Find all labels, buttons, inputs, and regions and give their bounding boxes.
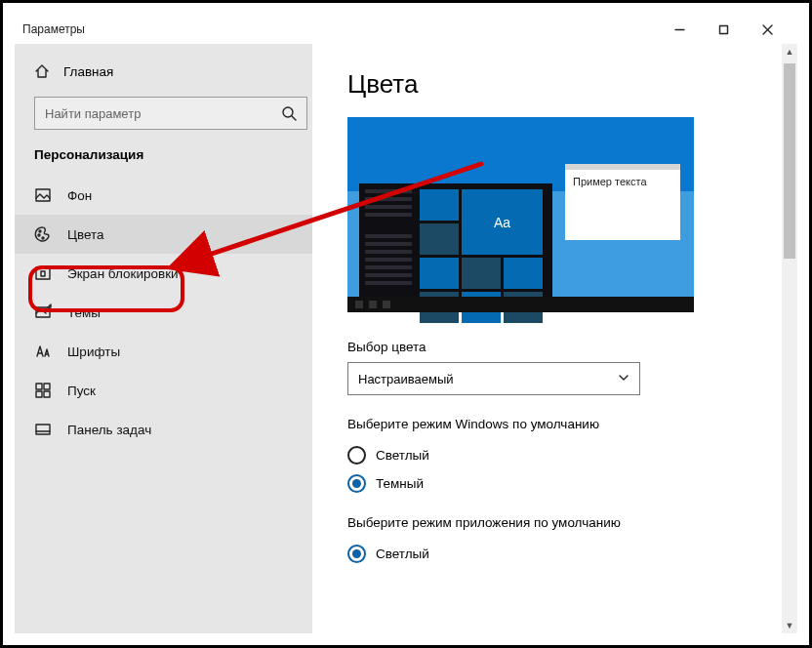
- theme-preview: Aa Пример текста: [347, 117, 694, 312]
- scrollbar-thumb[interactable]: [784, 63, 795, 259]
- main-content: Цвета Aa: [312, 44, 797, 633]
- home-link[interactable]: Главная: [15, 56, 312, 87]
- svg-point-8: [38, 234, 40, 236]
- start-icon: [34, 382, 52, 399]
- windows-mode-label: Выберите режим Windows по умолчанию: [347, 417, 797, 431]
- app-mode-label: Выберите режим приложения по умолчанию: [347, 515, 797, 530]
- chevron-down-icon: [618, 372, 629, 386]
- radio-icon: [347, 474, 366, 493]
- nav-label: Экран блокировки: [67, 266, 179, 281]
- window-controls: [658, 15, 790, 44]
- themes-icon: [34, 304, 52, 321]
- search-icon: [281, 105, 297, 121]
- nav-item-background[interactable]: Фон: [15, 176, 312, 215]
- color-mode-select[interactable]: Настраиваемый: [347, 362, 640, 395]
- nav-label: Цвета: [67, 227, 104, 242]
- vertical-scrollbar[interactable]: ▲ ▼: [782, 44, 797, 633]
- scroll-up-icon: ▲: [782, 44, 797, 60]
- nav-item-themes[interactable]: Темы: [15, 293, 312, 332]
- svg-point-7: [39, 230, 41, 232]
- window-title: Параметры: [22, 22, 85, 36]
- nav-label: Пуск: [67, 384, 96, 398]
- app-mode-light[interactable]: Светлый: [347, 540, 797, 568]
- fonts-icon: [34, 343, 52, 360]
- nav-item-fonts[interactable]: Шрифты: [15, 332, 312, 371]
- sidebar: Главная Найти параметр Персонализация: [15, 44, 312, 633]
- svg-rect-13: [36, 384, 42, 389]
- windows-mode-dark[interactable]: Темный: [347, 469, 797, 498]
- picture-icon: [34, 186, 52, 204]
- svg-rect-14: [44, 384, 50, 389]
- palette-icon: [34, 225, 52, 243]
- color-mode-value: Настраиваемый: [358, 372, 618, 386]
- radio-icon: [347, 545, 366, 563]
- preview-sample-window: Пример текста: [565, 164, 680, 240]
- maximize-button[interactable]: [702, 15, 746, 44]
- nav-label: Фон: [67, 188, 92, 203]
- search-input[interactable]: Найти параметр: [34, 97, 307, 130]
- nav-item-colors[interactable]: Цвета: [15, 215, 312, 254]
- taskbar-icon: [34, 421, 52, 438]
- minimize-button[interactable]: [658, 15, 702, 44]
- scroll-down-icon: ▼: [782, 618, 797, 633]
- nav-label: Темы: [67, 305, 101, 320]
- titlebar: Параметры: [15, 15, 797, 44]
- nav-item-start[interactable]: Пуск: [15, 371, 312, 410]
- svg-rect-10: [36, 267, 50, 279]
- lockscreen-icon: [34, 264, 52, 282]
- svg-rect-11: [41, 271, 45, 276]
- svg-rect-15: [36, 391, 42, 397]
- svg-rect-16: [44, 391, 50, 397]
- section-title: Персонализация: [15, 142, 312, 176]
- svg-line-5: [292, 116, 296, 120]
- preview-start-menu: Aa: [359, 183, 552, 297]
- color-mode-label: Выбор цвета: [347, 340, 797, 354]
- radio-icon: [347, 446, 366, 465]
- svg-point-4: [283, 107, 293, 117]
- nav-list: Фон Цвета Экран блокировки: [15, 176, 312, 449]
- nav-label: Панель задач: [67, 423, 151, 437]
- svg-point-9: [42, 237, 44, 239]
- nav-label: Шрифты: [67, 344, 120, 359]
- windows-mode-light[interactable]: Светлый: [347, 441, 797, 469]
- home-icon: [34, 63, 50, 79]
- svg-rect-1: [720, 25, 728, 33]
- svg-rect-17: [36, 425, 50, 434]
- close-button[interactable]: [746, 15, 790, 44]
- preview-accent-tile: Aa: [462, 189, 543, 255]
- nav-item-lockscreen[interactable]: Экран блокировки: [15, 254, 312, 293]
- search-placeholder: Найти параметр: [45, 106, 281, 121]
- home-label: Главная: [63, 64, 113, 79]
- nav-item-taskbar[interactable]: Панель задач: [15, 410, 312, 449]
- page-title: Цвета: [347, 69, 797, 100]
